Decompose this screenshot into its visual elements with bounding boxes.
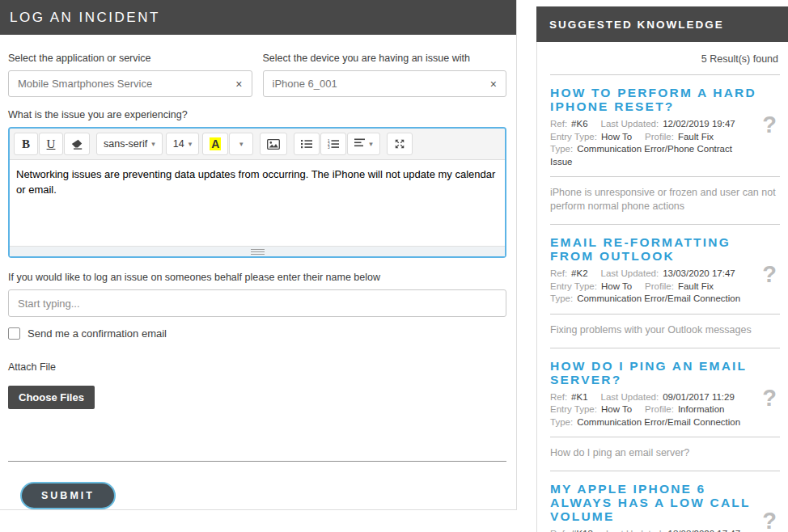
article-last-updated: 13/03/2020 17:47 (663, 268, 735, 278)
font-family-dropdown[interactable]: sans-serif ▾ (96, 133, 163, 155)
article-entry-type: How To (601, 404, 632, 414)
article-title-link[interactable]: EMAIL RE-FORMATTING FROM OUTLOOK (550, 235, 780, 263)
clear-formatting-button[interactable] (64, 133, 90, 155)
font-size-value: 14 (173, 138, 184, 150)
log-incident-panel: LOG AN INCIDENT Select the application o… (0, 0, 517, 510)
article-meta: Ref:#K1 Last Updated:09/01/2017 11:29 En… (550, 391, 780, 429)
chevron-down-icon: ▾ (369, 140, 373, 148)
font-color-icon: A (210, 137, 221, 150)
article-description: How do I ping an email server? (550, 437, 780, 471)
question-mark-icon[interactable]: ? (762, 509, 777, 532)
issue-rich-text-editor: B U sans-serif ▾ 14 ▾ (8, 127, 506, 258)
article-title-link[interactable]: HOW TO PERFORM A HARD IPHONE RESET? (550, 86, 780, 113)
article-profile: Fault Fix (678, 281, 714, 291)
question-mark-icon[interactable]: ? (762, 263, 777, 286)
article-last-updated: 09/01/2017 11:29 (663, 392, 735, 402)
article-profile: Fault Fix (678, 132, 714, 141)
article-meta: Ref:#K2 Last Updated:13/03/2020 17:47 En… (550, 268, 780, 306)
attach-file-label: Attach File (8, 361, 506, 373)
article-meta: Ref:#K13 Last Updated:13/03/2020 17:47 E… (550, 528, 780, 532)
article-type: Communication Error/Phone Contract Issue (550, 144, 732, 167)
question-mark-icon[interactable]: ? (762, 113, 777, 137)
device-select-value: iPhone 6_001 (273, 78, 337, 90)
suggested-knowledge-panel: SUGGESTED KNOWLEDGE 5 Result(s) found HO… (536, 6, 788, 532)
article-ref: #K13 (571, 529, 593, 532)
font-color-dropdown[interactable]: ▾ (229, 133, 253, 155)
choose-files-button[interactable]: Choose Files (8, 386, 95, 409)
image-icon (267, 139, 280, 150)
expand-arrows-icon (394, 138, 405, 150)
underline-button[interactable]: U (39, 133, 63, 155)
unordered-list-button[interactable] (294, 133, 320, 155)
article-ref: #K6 (571, 119, 587, 129)
issue-field-label: What is the issue you are experiencing? (8, 109, 506, 120)
article-ref: #K1 (571, 392, 587, 402)
chevron-down-icon: ▾ (239, 140, 244, 148)
article-entry-type: How To (601, 281, 632, 291)
service-field-label: Select the application or service (8, 53, 252, 64)
article-description: iPhone is unresponsive or frozen and use… (550, 177, 780, 224)
knowledge-article: EMAIL RE-FORMATTING FROM OUTLOOK Ref:#K2… (550, 225, 780, 348)
bold-button[interactable]: B (14, 133, 38, 155)
confirmation-email-checkbox[interactable] (8, 327, 20, 340)
article-profile: Information (678, 404, 725, 414)
submit-button[interactable]: SUBMIT (20, 482, 116, 509)
resize-grip-icon (251, 249, 265, 255)
clear-icon[interactable]: × (490, 78, 497, 90)
service-select-value: Mobile Smartphones Service (18, 78, 152, 90)
question-mark-icon[interactable]: ? (762, 386, 777, 410)
article-last-updated: 13/03/2020 17:47 (668, 529, 741, 532)
clear-icon[interactable]: × (235, 78, 242, 90)
chevron-down-icon: ▾ (151, 140, 155, 148)
issue-text-area[interactable]: Networking issues are preventing data up… (10, 160, 505, 246)
article-type: Communication Error/Email Connection (577, 293, 740, 303)
font-family-value: sans-serif (104, 138, 147, 150)
align-icon (354, 138, 365, 150)
article-meta: Ref:#K6 Last Updated:12/02/2019 19:47 En… (550, 118, 780, 168)
panel-title: LOG AN INCIDENT (0, 0, 516, 35)
device-field-label: Select the device you are having an issu… (263, 53, 507, 64)
fullscreen-button[interactable] (387, 133, 413, 155)
article-title-link[interactable]: HOW DO I PING AN EMAIL SERVER? (550, 359, 780, 386)
knowledge-article: HOW TO PERFORM A HARD IPHONE RESET? Ref:… (550, 75, 780, 225)
paragraph-align-dropdown[interactable]: ▾ (347, 133, 380, 155)
bullet-list-icon (301, 139, 312, 149)
article-last-updated: 12/02/2019 19:47 (663, 119, 735, 129)
font-color-button[interactable]: A (202, 133, 228, 155)
editor-toolbar: B U sans-serif ▾ 14 ▾ (10, 129, 505, 160)
chevron-down-icon: ▾ (189, 140, 193, 148)
behalf-name-input[interactable] (8, 289, 506, 317)
numbered-list-icon: 123 (328, 139, 339, 149)
font-size-dropdown[interactable]: 14 ▾ (166, 133, 199, 155)
knowledge-article: MY APPLE IPHONE 6 ALWAYS HAS A LOW CALL … (550, 471, 780, 532)
article-description: Fixing problems with your Outlook messag… (550, 315, 780, 348)
editor-resize-handle[interactable] (10, 246, 505, 256)
svg-text:3: 3 (328, 146, 330, 149)
panel-title: SUGGESTED KNOWLEDGE (536, 6, 788, 42)
behalf-field-label: If you would like to log an issue on som… (8, 272, 506, 283)
article-ref: #K2 (571, 268, 587, 278)
knowledge-article: HOW DO I PING AN EMAIL SERVER? Ref:#K1 L… (550, 348, 780, 472)
insert-image-button[interactable] (260, 133, 287, 155)
confirmation-email-label: Send me a confirmation email (28, 327, 167, 340)
form-divider (8, 461, 506, 462)
eraser-icon (71, 139, 83, 150)
article-entry-type: How To (601, 132, 632, 141)
device-select[interactable]: iPhone 6_001 × (263, 70, 507, 97)
results-count: 5 Result(s) found (550, 42, 780, 74)
article-type: Communication Error/Email Connection (577, 417, 740, 427)
service-select[interactable]: Mobile Smartphones Service × (8, 70, 252, 97)
article-title-link[interactable]: MY APPLE IPHONE 6 ALWAYS HAS A LOW CALL … (550, 482, 780, 523)
ordered-list-button[interactable]: 123 (320, 133, 346, 155)
